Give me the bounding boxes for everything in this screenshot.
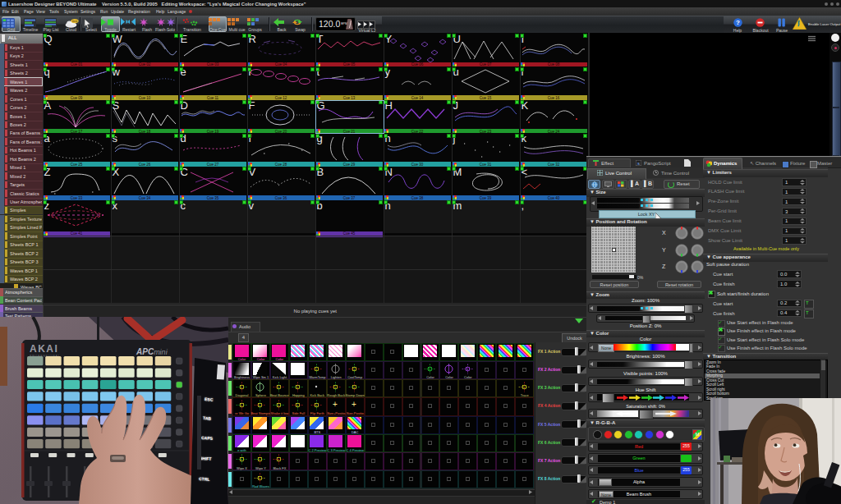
svg-text:CAPS: CAPS (201, 435, 214, 441)
svg-text:TAB: TAB (203, 415, 212, 421)
svg-text:APCmini: APCmini (136, 347, 168, 356)
svg-text:SHIFT: SHIFT (200, 456, 212, 461)
svg-text:s: s (637, 161, 640, 166)
svg-text:CTRL: CTRL (199, 476, 210, 482)
svg-text:?: ? (736, 19, 740, 26)
svg-text:beta: beta (72, 19, 78, 22)
svg-text:AKAI: AKAI (30, 343, 58, 355)
svg-text:+: + (333, 400, 338, 409)
svg-text:+: + (352, 400, 356, 409)
svg-text:ESC: ESC (205, 396, 214, 402)
